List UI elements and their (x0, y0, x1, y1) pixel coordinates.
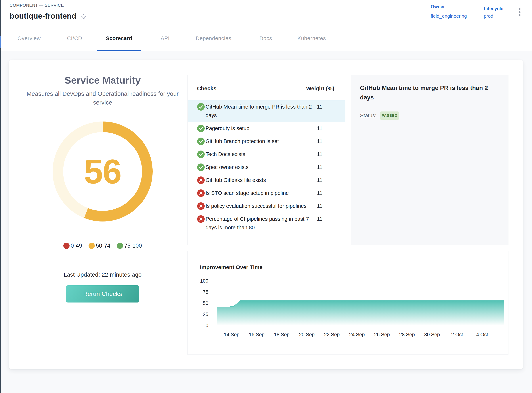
check-weight: 11 (317, 163, 322, 172)
rerun-checks-button[interactable]: Rerun Checks (66, 285, 139, 303)
weight-column-header: Weight (%) (306, 85, 334, 92)
check-weight: 11 (317, 189, 322, 197)
entity-kind-breadcrumb: COMPONENT — SERVICE (10, 3, 64, 8)
check-label: Spec owner exists (206, 163, 316, 172)
check-label: Pagerduty is setup (206, 124, 316, 133)
check-passed-icon (197, 163, 205, 171)
tab-api[interactable]: API (152, 25, 179, 51)
score-legend: 0-4950-7475-100 (15, 242, 190, 249)
improvement-chart-panel: Improvement Over Time 025507510014 Sep16… (188, 251, 508, 355)
check-weight: 11 (317, 202, 322, 210)
check-failed-icon (197, 189, 205, 197)
check-row[interactable]: GitHub Gitleaks file exists11 (188, 174, 345, 187)
check-label: Percentage of CI pipelines passing in pa… (206, 215, 316, 232)
owner-value[interactable]: field_engineering (431, 13, 467, 19)
check-row[interactable]: GitHub Mean time to merge PR is less tha… (188, 100, 345, 122)
scorecard-title: Service Maturity (15, 74, 190, 86)
x-axis-tick: 2 Oct (451, 332, 463, 337)
lifecycle-value[interactable]: prod (484, 13, 503, 19)
checks-table-header: Checks Weight (%) (188, 75, 351, 100)
x-axis-tick: 28 Sep (399, 332, 415, 337)
lifecycle-label[interactable]: Lifecycle (484, 6, 503, 11)
check-row[interactable]: Percentage of CI pipelines passing in pa… (188, 212, 345, 234)
tab-dependencies[interactable]: Dependencies (187, 25, 240, 51)
check-failed-icon (197, 177, 205, 184)
check-row[interactable]: Tech Docs exists11 (188, 148, 345, 161)
check-row[interactable]: Is policy evaluation successful for pipe… (188, 200, 345, 212)
check-weight: 11 (317, 176, 322, 184)
check-passed-icon (197, 138, 205, 145)
check-detail-title: GitHub Mean time to merge PR is less tha… (360, 83, 493, 102)
kebab-menu-icon[interactable] (516, 8, 523, 16)
maturity-summary-column: Service Maturity Measures all DevOps and… (15, 60, 190, 303)
favorite-star-icon[interactable] (80, 14, 87, 20)
scorecard-card: Service Maturity Measures all DevOps and… (9, 60, 523, 369)
lifecycle-meta: Lifecycle prod (484, 0, 503, 19)
check-failed-icon (197, 202, 205, 210)
check-passed-icon (197, 151, 205, 158)
checks-panel: Checks Weight (%) GitHub Mean time to me… (188, 75, 508, 246)
legend-dot-icon (89, 243, 95, 249)
check-weight: 11 (317, 137, 322, 146)
check-row[interactable]: GitHub Branch protection is set11 (188, 135, 345, 148)
check-label: Is policy evaluation successful for pipe… (206, 202, 316, 210)
check-failed-icon (197, 215, 205, 223)
check-passed-icon (197, 103, 205, 111)
area-series (217, 300, 504, 325)
x-axis-tick: 4 Oct (476, 332, 488, 337)
legend-label: 50-74 (96, 242, 110, 249)
owner-label[interactable]: Owner (431, 4, 467, 9)
check-passed-icon (197, 125, 205, 132)
check-detail-status-row: Status: PASSED (360, 112, 499, 120)
y-axis-tick: 25 (203, 312, 208, 317)
nav-rail-active-indicator (0, 36, 0, 48)
checks-table: Checks Weight (%) GitHub Mean time to me… (188, 75, 351, 245)
check-row[interactable]: Pagerduty is setup11 (188, 122, 345, 135)
scorecard-subtitle: Measures all DevOps and Operational read… (20, 89, 185, 107)
check-detail-pane: GitHub Mean time to merge PR is less tha… (351, 75, 508, 245)
tab-docs[interactable]: Docs (250, 25, 281, 51)
legend-item: 75-100 (117, 242, 142, 249)
page-title: boutique-frontend (10, 12, 76, 20)
y-axis-tick: 100 (200, 278, 208, 284)
legend-label: 0-49 (71, 242, 82, 249)
collapsed-nav-rail (0, 0, 0, 393)
owner-meta: Owner field_engineering (431, 0, 467, 19)
entity-header: COMPONENT — SERVICE boutique-frontend Ow… (0, 0, 532, 25)
tab-overview[interactable]: Overview (8, 25, 50, 51)
status-label: Status: (360, 113, 377, 119)
score-donut: 56 (53, 122, 153, 221)
x-axis-tick: 24 Sep (349, 332, 365, 337)
checks-column-header: Checks (197, 85, 217, 92)
y-axis-tick: 75 (203, 289, 208, 295)
legend-item: 50-74 (89, 242, 110, 249)
checks-rows: GitHub Mean time to merge PR is less tha… (188, 100, 351, 234)
legend-label: 75-100 (124, 242, 142, 249)
score-value: 56 (53, 122, 153, 221)
check-weight: 11 (317, 124, 322, 133)
check-weight: 11 (317, 215, 322, 223)
check-label: Tech Docs exists (206, 150, 316, 158)
check-label: GitHub Gitleaks file exists (206, 176, 316, 184)
legend-dot-icon (117, 243, 123, 249)
check-row[interactable]: Spec owner exists11 (188, 161, 345, 174)
x-axis-tick: 16 Sep (249, 332, 264, 337)
check-label: GitHub Branch protection is set (206, 137, 316, 146)
last-updated-text: Last Updated: 22 minutes ago (15, 271, 190, 278)
x-axis-tick: 20 Sep (299, 332, 315, 337)
x-axis-tick: 14 Sep (224, 332, 239, 337)
legend-item: 0-49 (63, 242, 82, 249)
y-axis-tick: 0 (206, 323, 208, 328)
tab-ci-cd[interactable]: CI/CD (58, 25, 91, 51)
x-axis-tick: 18 Sep (274, 332, 290, 337)
check-weight: 11 (317, 150, 322, 158)
tab-scorecard[interactable]: Scorecard (97, 25, 141, 51)
x-axis-tick: 26 Sep (374, 332, 390, 337)
check-label: Is STO scan stage setup in pipeline (206, 189, 316, 197)
improvement-area-chart: 025507510014 Sep16 Sep18 Sep20 Sep22 Sep… (188, 251, 509, 355)
check-label: GitHub Mean time to merge PR is less tha… (206, 103, 316, 120)
check-row[interactable]: Is STO scan stage setup in pipeline11 (188, 187, 345, 200)
x-axis-tick: 22 Sep (324, 332, 340, 337)
tab-kubernetes[interactable]: Kubernetes (288, 25, 335, 51)
legend-dot-icon (63, 243, 70, 249)
